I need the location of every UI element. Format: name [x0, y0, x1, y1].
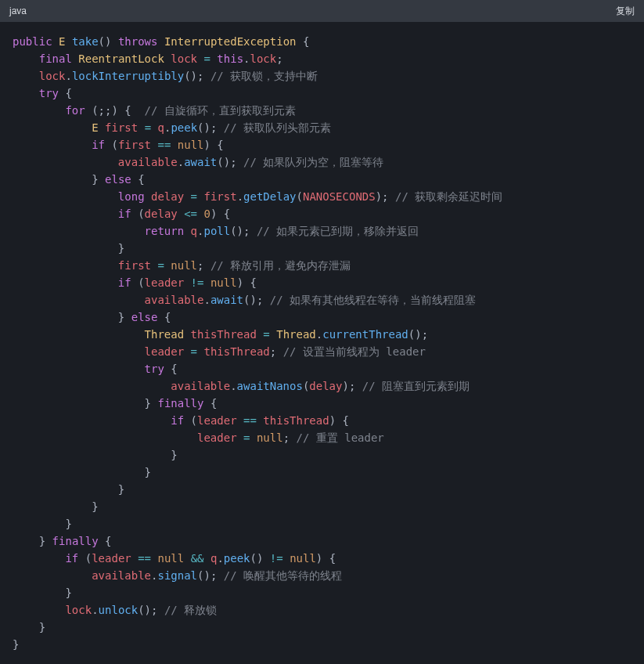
code-header: java 复制: [0, 0, 644, 22]
null: null: [257, 431, 283, 444]
variable: delay: [151, 190, 184, 203]
keyword: for: [65, 104, 85, 117]
variable: leader: [197, 414, 237, 427]
variable: available: [118, 156, 178, 168]
type: E: [92, 121, 98, 134]
comment: // 自旋循环，直到获取到元素: [145, 104, 296, 117]
const: NANOSECONDS: [303, 190, 376, 203]
comment: // 获取锁，支持中断: [210, 70, 318, 82]
language-label: java: [9, 2, 27, 20]
keyword: else: [105, 173, 131, 186]
null: null: [178, 139, 204, 151]
type: Thread: [276, 328, 316, 341]
variable: lock: [250, 52, 277, 65]
keyword: if: [92, 139, 105, 151]
variable: lock: [171, 52, 197, 65]
function: peek: [224, 552, 250, 565]
comment: // 释放引用，避免内存泄漏: [210, 259, 351, 272]
keyword: this: [217, 52, 243, 65]
variable: lock: [39, 70, 66, 82]
function: getDelay: [243, 190, 296, 203]
function: await: [184, 156, 217, 168]
function: await: [210, 294, 243, 306]
comment: // 获取队列头部元素: [224, 121, 331, 134]
null: null: [290, 552, 316, 565]
keyword: long: [118, 190, 145, 203]
function: take: [72, 35, 99, 48]
variable: leader: [92, 552, 131, 565]
variable: q: [191, 225, 197, 237]
variable: thisThread: [263, 414, 329, 427]
null: null: [171, 259, 197, 272]
variable: leader: [145, 345, 185, 358]
variable: thisThread: [191, 328, 257, 341]
keyword: finally: [52, 535, 99, 547]
comment: // 获取剩余延迟时间: [395, 190, 502, 203]
comment: // 阻塞直到元素到期: [362, 380, 470, 392]
comment: // 唤醒其他等待的线程: [224, 569, 342, 582]
comment: // 设置当前线程为 leader: [283, 345, 426, 358]
keyword: finally: [157, 397, 203, 410]
function: peek: [171, 121, 197, 134]
type: E: [59, 35, 65, 48]
comment: // 如果元素已到期，移除并返回: [257, 225, 419, 237]
variable: first: [203, 190, 236, 203]
keyword: try: [145, 363, 164, 375]
number: 0: [203, 208, 210, 220]
keyword: if: [65, 552, 78, 565]
function: poll: [203, 225, 230, 237]
keyword: throws: [118, 35, 158, 48]
variable: available: [92, 569, 151, 582]
keyword: if: [118, 208, 131, 220]
variable: first: [118, 139, 151, 151]
copy-button[interactable]: 复制: [616, 2, 635, 20]
variable: available: [171, 380, 230, 392]
keyword: return: [145, 225, 185, 237]
variable: available: [145, 294, 204, 306]
variable: first: [118, 259, 151, 272]
function: unlock: [99, 604, 139, 616]
keyword: if: [118, 276, 131, 289]
variable: first: [105, 121, 138, 134]
variable: lock: [65, 604, 92, 616]
keyword: else: [131, 311, 158, 323]
variable: delay: [145, 208, 178, 220]
variable: thisThread: [203, 345, 269, 358]
function: signal: [157, 569, 197, 582]
comment: // 释放锁: [164, 604, 217, 616]
function: lockInterruptibly: [72, 70, 184, 82]
code-block: public E take() throws InterruptedExcept…: [0, 22, 644, 664]
type: Thread: [145, 328, 185, 341]
variable: leader: [197, 431, 237, 444]
function: awaitNanos: [237, 380, 303, 392]
function: currentThread: [322, 328, 408, 341]
comment: // 重置 leader: [297, 431, 384, 444]
null: null: [157, 552, 184, 565]
keyword: if: [171, 414, 184, 427]
comment: // 如果有其他线程在等待，当前线程阻塞: [270, 294, 476, 306]
type: ReentrantLock: [78, 52, 164, 65]
variable: q: [158, 121, 164, 134]
keyword: final: [39, 52, 72, 65]
variable: leader: [145, 276, 185, 289]
null: null: [210, 276, 237, 289]
variable: delay: [309, 380, 342, 392]
keyword: public: [13, 35, 52, 48]
type: InterruptedException: [164, 35, 297, 48]
keyword: try: [39, 87, 59, 99]
comment: // 如果队列为空，阻塞等待: [243, 156, 383, 168]
